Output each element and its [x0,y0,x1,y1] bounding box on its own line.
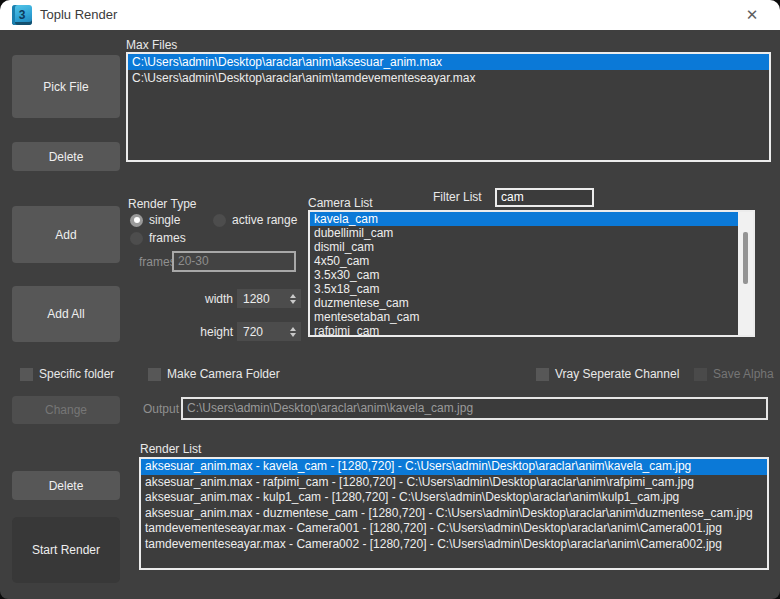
output-label: Output [143,402,179,416]
checkbox-icon [20,368,33,381]
frames-input: 20-30 [172,251,296,272]
camera-item[interactable]: dismil_cam [310,240,738,254]
width-label: width [205,292,233,306]
render-listbox: aksesuar_anim.max - kavela_cam - [1280,7… [139,457,769,570]
save-alpha-checkbox: Save Alpha [694,367,774,381]
toplu-render-window: 3 Toplu Render ✕ Pick File Delete Add Ad… [0,0,780,599]
width-spinner[interactable]: 1280 [237,289,301,308]
3dsmax-app-icon: 3 [12,5,32,25]
camera-listbox: kavela_cam dubellimil_cam dismil_cam 4x5… [308,210,755,337]
render-item[interactable]: aksesuar_anim.max - duzmentese_cam - [12… [141,506,767,522]
render-list-label: Render List [140,442,201,456]
delete-renderitem-button[interactable]: Delete [12,471,120,500]
app-icon-glyph: 3 [19,8,26,22]
camera-item[interactable]: 4x50_cam [310,254,738,268]
radio-frames[interactable]: frames [130,231,186,245]
radio-single-label: single [149,213,180,227]
add-button[interactable]: Add [12,206,120,263]
camera-item[interactable]: 3.5x30_cam [310,268,738,282]
pick-file-button[interactable]: Pick File [12,55,120,118]
checkbox-icon [148,368,161,381]
start-render-button[interactable]: Start Render [12,517,120,583]
render-item[interactable]: aksesuar_anim.max - rafpimi_cam - [1280,… [141,475,767,491]
window-title: Toplu Render [40,7,117,22]
radio-active-range[interactable]: active range [213,213,297,227]
height-label: height [199,325,233,339]
camera-scrollbar[interactable] [738,212,753,335]
height-spinner[interactable]: 720 [237,322,301,341]
change-output-button: Change [12,396,120,424]
render-item[interactable]: aksesuar_anim.max - kavela_cam - [1280,7… [141,459,767,475]
max-files-label: Max Files [126,38,177,52]
filter-list-label: Filter List [433,190,482,204]
max-files-listbox: C:\Users\admin\Desktop\araclar\anim\akse… [126,52,771,162]
camera-item[interactable]: 3.5x18_cam [310,282,738,296]
camera-item[interactable]: dubellimil_cam [310,226,738,240]
render-type-label: Render Type [128,197,197,211]
frames-value: 20-30 [178,254,209,269]
radio-frames-label: frames [149,231,186,245]
delete-maxfile-button[interactable]: Delete [12,142,120,171]
output-path-value: C:\Users\admin\Desktop\araclar\anim\kave… [187,401,473,416]
checkbox-icon [694,368,707,381]
camera-scrollbar-thumb[interactable] [743,232,748,284]
radio-active-range-label: active range [232,213,297,227]
make-camera-folder-label: Make Camera Folder [167,367,280,381]
camera-item[interactable]: kavela_cam [310,212,738,226]
width-value: 1280 [243,292,290,306]
vray-seperate-channel-checkbox[interactable]: Vray Seperate Channel [536,367,679,381]
filter-input[interactable]: cam [495,188,594,207]
height-value: 720 [243,325,290,339]
save-alpha-label: Save Alpha [713,367,774,381]
camera-item[interactable]: duzmentese_cam [310,296,738,310]
specific-folder-label: Specific folder [39,367,114,381]
filter-value: cam [501,190,524,205]
spinner-arrows-icon[interactable] [290,327,301,337]
specific-folder-checkbox[interactable]: Specific folder [20,367,114,381]
render-item[interactable]: tamdevementeseayar.max - Camera001 - [12… [141,521,767,537]
camera-rows: kavela_cam dubellimil_cam dismil_cam 4x5… [310,212,738,335]
spinner-arrows-icon[interactable] [290,294,301,304]
add-all-button[interactable]: Add All [12,286,120,342]
checkbox-icon [536,368,549,381]
render-item[interactable]: aksesuar_anim.max - kulp1_cam - [1280,72… [141,490,767,506]
render-item[interactable]: tamdevementeseayar.max - Camera002 - [12… [141,537,767,553]
camera-item[interactable]: rafpimi_cam [310,324,738,337]
close-icon[interactable]: ✕ [732,0,772,30]
camera-list-label: Camera List [308,196,373,210]
make-camera-folder-checkbox[interactable]: Make Camera Folder [148,367,280,381]
camera-item[interactable]: mentesetaban_cam [310,310,738,324]
radio-single[interactable]: single [130,213,180,227]
radio-active-range-icon [213,214,226,227]
radio-single-icon [130,214,143,227]
title-bar[interactable]: 3 Toplu Render ✕ [0,0,780,30]
frames-field-label: frames [139,255,176,269]
max-file-item[interactable]: C:\Users\admin\Desktop\araclar\anim\akse… [128,54,769,70]
output-path-field: C:\Users\admin\Desktop\araclar\anim\kave… [181,397,768,420]
max-file-item[interactable]: C:\Users\admin\Desktop\araclar\anim\tamd… [128,70,769,86]
radio-frames-icon [130,232,143,245]
vray-seperate-channel-label: Vray Seperate Channel [555,367,679,381]
